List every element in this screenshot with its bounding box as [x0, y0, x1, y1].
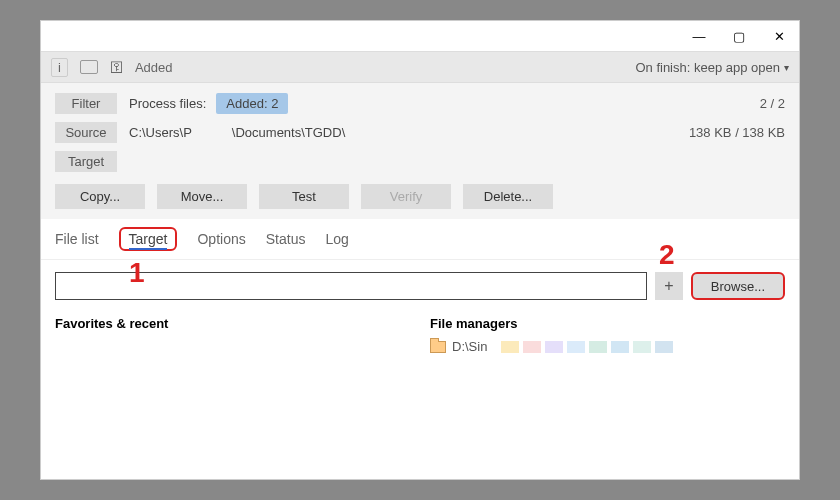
target-row: Target [55, 151, 785, 172]
minimize-button[interactable]: — [679, 21, 719, 51]
source-label[interactable]: Source [55, 122, 117, 143]
close-button[interactable]: ✕ [759, 21, 799, 51]
action-row: Copy... Move... Test Verify Delete... [41, 180, 799, 219]
tab-status[interactable]: Status [266, 229, 306, 249]
source-row: Source C:\Users\P \Documents\TGDD\ 138 K… [55, 122, 785, 143]
key-icon: ⚿ [110, 59, 123, 75]
stripe [523, 341, 541, 353]
stripe [501, 341, 519, 353]
tab-options[interactable]: Options [197, 229, 245, 249]
maximize-button[interactable]: ▢ [719, 21, 759, 51]
app-window: — ▢ ✕ i ⚿ Added On finish: keep app open… [40, 20, 800, 480]
copy-button[interactable]: Copy... [55, 184, 145, 209]
browse-button[interactable]: Browse... [691, 272, 785, 300]
delete-button[interactable]: Delete... [463, 184, 553, 209]
stripe [655, 341, 673, 353]
filter-row: Filter Process files: Added: 2 2 / 2 [55, 93, 785, 114]
stripe [633, 341, 651, 353]
source-path-a: C:\Users\P [129, 125, 192, 140]
file-managers-column: File managers D:\Sin [430, 316, 785, 354]
stripe [567, 341, 585, 353]
target-input-row: + Browse... [41, 260, 799, 312]
color-stripes [501, 341, 673, 353]
card-icon [80, 60, 98, 74]
move-button[interactable]: Move... [157, 184, 247, 209]
added-pill[interactable]: Added: 2 [216, 93, 288, 114]
recent-columns: Favorites & recent File managers D:\Sin [41, 312, 799, 358]
source-size: 138 KB / 138 KB [689, 125, 785, 140]
titlebar: — ▢ ✕ [41, 21, 799, 51]
favorites-heading: Favorites & recent [55, 316, 410, 331]
add-target-button[interactable]: + [655, 272, 683, 300]
filter-label[interactable]: Filter [55, 93, 117, 114]
target-label[interactable]: Target [55, 151, 117, 172]
folder-icon [430, 341, 446, 353]
status-label: Added [135, 60, 173, 75]
top-toolbar: i ⚿ Added On finish: keep app open ▾ [41, 51, 799, 83]
tab-file-list[interactable]: File list [55, 229, 99, 249]
file-manager-label: D:\Sin [452, 339, 487, 354]
process-files-label: Process files: [129, 96, 206, 111]
favorites-column: Favorites & recent [55, 316, 410, 354]
tab-log[interactable]: Log [325, 229, 348, 249]
file-count: 2 / 2 [760, 96, 785, 111]
tab-row: File list Target Options Status Log [41, 219, 799, 260]
target-path-input[interactable] [55, 272, 647, 300]
stripe [611, 341, 629, 353]
verify-button: Verify [361, 184, 451, 209]
file-manager-item[interactable]: D:\Sin [430, 339, 785, 354]
file-managers-heading: File managers [430, 316, 785, 331]
stripe [589, 341, 607, 353]
tab-target[interactable]: Target [119, 227, 178, 251]
chevron-down-icon: ▾ [784, 62, 789, 73]
info-area: Filter Process files: Added: 2 2 / 2 Sou… [41, 83, 799, 180]
badge-icon: i [51, 58, 68, 77]
source-path-b: \Documents\TGDD\ [232, 125, 345, 140]
test-button[interactable]: Test [259, 184, 349, 209]
on-finish-dropdown[interactable]: On finish: keep app open ▾ [635, 60, 789, 75]
stripe [545, 341, 563, 353]
